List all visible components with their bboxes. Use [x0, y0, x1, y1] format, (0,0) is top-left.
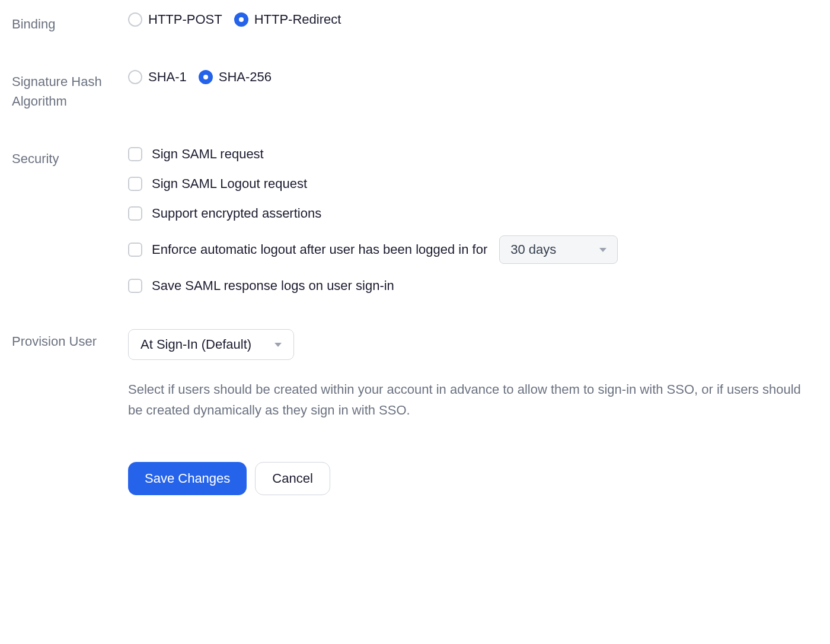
cancel-button[interactable]: Cancel — [255, 462, 330, 495]
radio-icon — [234, 12, 248, 27]
checkbox-icon[interactable] — [128, 206, 142, 221]
signature-sha256-option[interactable]: SHA-256 — [199, 69, 272, 85]
logout-duration-select[interactable]: 30 days — [499, 235, 618, 264]
provision-user-select[interactable]: At Sign-In (Default) — [128, 329, 294, 360]
security-enforce-logout-label: Enforce automatic logout after user has … — [152, 242, 487, 257]
security-sign-logout-label: Sign SAML Logout request — [152, 176, 307, 192]
save-button[interactable]: Save Changes — [128, 462, 247, 495]
radio-icon — [199, 70, 213, 84]
radio-icon — [128, 70, 142, 84]
security-sign-request-item: Sign SAML request — [128, 146, 818, 162]
logout-duration-value: 30 days — [510, 242, 556, 257]
radio-icon — [128, 12, 142, 27]
binding-http-redirect-option[interactable]: HTTP-Redirect — [234, 12, 341, 27]
binding-label: Binding — [12, 12, 128, 34]
button-row: Save Changes Cancel — [128, 462, 818, 495]
security-sign-request-label: Sign SAML request — [152, 146, 264, 162]
checkbox-icon[interactable] — [128, 279, 142, 293]
binding-http-post-label: HTTP-POST — [148, 12, 222, 27]
checkbox-icon[interactable] — [128, 177, 142, 191]
checkbox-icon[interactable] — [128, 243, 142, 257]
security-row: Security Sign SAML request Sign SAML Log… — [12, 146, 818, 294]
binding-http-redirect-label: HTTP-Redirect — [254, 12, 341, 27]
binding-radio-group: HTTP-POST HTTP-Redirect — [128, 12, 818, 27]
chevron-down-icon — [274, 343, 282, 347]
signature-radio-group: SHA-1 SHA-256 — [128, 69, 818, 85]
signature-sha1-label: SHA-1 — [148, 69, 187, 85]
security-enforce-logout-item: Enforce automatic logout after user has … — [128, 235, 818, 264]
security-sign-logout-item: Sign SAML Logout request — [128, 176, 818, 192]
security-save-logs-item: Save SAML response logs on user sign-in — [128, 278, 818, 294]
checkbox-icon[interactable] — [128, 147, 142, 161]
provision-row: Provision User At Sign-In (Default) Sele… — [12, 329, 818, 495]
security-encrypted-label: Support encrypted assertions — [152, 206, 321, 221]
binding-row: Binding HTTP-POST HTTP-Redirect — [12, 12, 818, 34]
security-checkbox-list: Sign SAML request Sign SAML Logout reque… — [128, 146, 818, 294]
provision-help-text: Select if users should be created within… — [128, 379, 818, 420]
signature-label: Signature Hash Algorithm — [12, 69, 128, 111]
security-label: Security — [12, 146, 128, 168]
provision-user-value: At Sign-In (Default) — [141, 337, 251, 352]
signature-row: Signature Hash Algorithm SHA-1 SHA-256 — [12, 69, 818, 111]
signature-sha1-option[interactable]: SHA-1 — [128, 69, 187, 85]
security-save-logs-label: Save SAML response logs on user sign-in — [152, 278, 394, 294]
signature-sha256-label: SHA-256 — [219, 69, 272, 85]
provision-label: Provision User — [12, 329, 128, 351]
chevron-down-icon — [599, 248, 606, 252]
security-encrypted-item: Support encrypted assertions — [128, 206, 818, 221]
binding-http-post-option[interactable]: HTTP-POST — [128, 12, 222, 27]
